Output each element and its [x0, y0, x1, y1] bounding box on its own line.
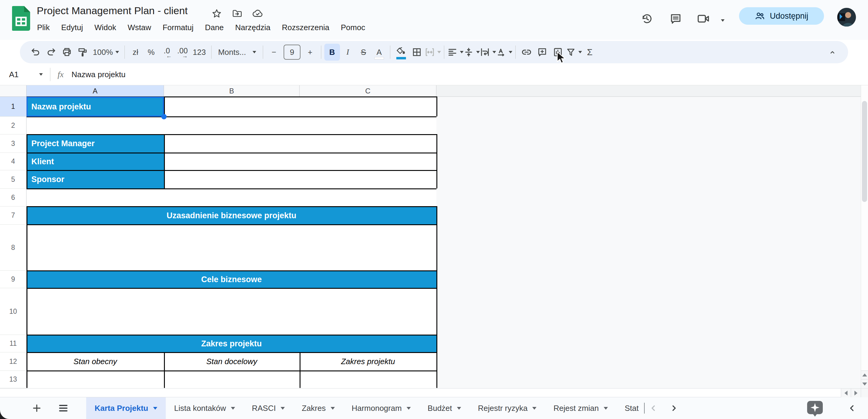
version-history-icon[interactable]	[640, 12, 653, 25]
select-all-corner[interactable]	[0, 85, 27, 97]
tab-rejest-zmian[interactable]: Rejest zmian	[545, 397, 616, 419]
text-color-button[interactable]: A	[371, 44, 387, 61]
redo-button[interactable]	[43, 44, 59, 61]
row-header-11[interactable]: 11	[0, 335, 27, 352]
menu-pomoc[interactable]: Pomoc	[335, 21, 371, 35]
borders-button[interactable]	[409, 44, 425, 61]
tab-budzet[interactable]: Budżet	[419, 397, 470, 419]
bold-button[interactable]: B	[324, 44, 340, 61]
currency-format-button[interactable]: zł	[128, 44, 144, 61]
tab-karta-projektu[interactable]: Karta Projektu	[86, 397, 166, 419]
star-icon[interactable]	[211, 8, 222, 19]
text-rotation-button[interactable]	[496, 44, 513, 61]
row-header-6[interactable]: 6	[0, 189, 27, 207]
cell-a11-merged[interactable]: Zakres projektu	[27, 335, 436, 352]
row-header-3[interactable]: 3	[0, 134, 27, 153]
column-header-c[interactable]: C	[300, 85, 436, 97]
font-size-input[interactable]: 9	[284, 44, 301, 60]
tabs-scroll-right-button[interactable]	[666, 400, 681, 417]
vertical-scrollbar-thumb[interactable]	[862, 101, 867, 202]
paint-format-button[interactable]	[75, 44, 90, 61]
merge-cells-button[interactable]	[425, 44, 441, 61]
cell-a7-merged[interactable]: Uzasadnienie biznesowe projektu	[27, 207, 436, 225]
row-header-9[interactable]: 9	[0, 271, 27, 288]
menu-plik[interactable]: Plik	[31, 21, 56, 35]
percent-format-button[interactable]: %	[144, 44, 159, 61]
number-format-button[interactable]: 123	[190, 44, 208, 61]
cell-c12[interactable]: Zakres projektu	[300, 352, 436, 371]
video-call-icon[interactable]	[697, 12, 710, 25]
comments-icon[interactable]	[669, 12, 682, 25]
scroll-left-button[interactable]	[841, 389, 851, 397]
sheets-logo[interactable]	[12, 6, 30, 31]
tab-stat-partial[interactable]: Stat	[616, 397, 646, 419]
menu-narzedzia[interactable]: Narzędzia	[229, 21, 276, 35]
font-select[interactable]: Monts...	[215, 44, 260, 61]
row-header-7[interactable]: 7	[0, 207, 27, 225]
cell-a12[interactable]: Stan obecny	[27, 352, 164, 371]
column-header-b[interactable]: B	[164, 85, 300, 97]
menu-edytuj[interactable]: Edytuj	[56, 21, 89, 35]
scroll-up-button[interactable]	[861, 370, 868, 379]
cell-a3[interactable]: Project Manager	[27, 134, 164, 153]
row-header-2[interactable]: 2	[0, 117, 27, 134]
video-call-dropdown-icon[interactable]	[715, 14, 728, 27]
italic-button[interactable]: I	[340, 44, 355, 61]
horizontal-scrollbar[interactable]	[0, 388, 868, 397]
cell-b12[interactable]: Stan docelowy	[164, 352, 300, 371]
row-header-10[interactable]: 10	[0, 288, 27, 335]
account-avatar[interactable]	[837, 8, 856, 27]
menu-dane[interactable]: Dane	[199, 21, 229, 35]
tab-zakres[interactable]: Zakres	[293, 397, 343, 419]
gemini-icon[interactable]	[807, 400, 824, 416]
hide-toolbar-button[interactable]	[825, 44, 840, 61]
fill-handle[interactable]	[161, 114, 167, 119]
document-title[interactable]: Project Management Plan - client	[37, 5, 188, 17]
tab-rejestr-ryzyka[interactable]: Rejestr ryzyka	[470, 397, 545, 419]
scroll-down-button[interactable]	[861, 379, 868, 388]
menu-formatuj[interactable]: Formatuj	[157, 21, 199, 35]
fill-color-button[interactable]	[393, 44, 409, 61]
all-sheets-menu-button[interactable]	[55, 400, 72, 417]
row-header-12[interactable]: 12	[0, 352, 27, 371]
collapse-side-panel-button[interactable]	[844, 400, 860, 417]
menu-widok[interactable]: Widok	[89, 21, 122, 35]
strikethrough-button[interactable]: S	[355, 44, 371, 61]
undo-button[interactable]	[28, 44, 43, 61]
menu-rozszerzenia[interactable]: Rozszerzenia	[276, 21, 335, 35]
cloud-saved-icon[interactable]	[252, 8, 264, 19]
cell-a5[interactable]: Sponsor	[27, 170, 164, 189]
insert-link-button[interactable]	[519, 44, 534, 61]
horizontal-align-button[interactable]	[447, 44, 464, 61]
tab-harmonogram[interactable]: Harmonogram	[343, 397, 419, 419]
functions-button[interactable]: Σ	[582, 44, 598, 61]
row-header-5[interactable]: 5	[0, 170, 27, 189]
column-header-a[interactable]: A	[27, 85, 164, 97]
row-header-4[interactable]: 4	[0, 153, 27, 170]
vertical-scrollbar[interactable]	[861, 85, 868, 388]
spreadsheet-grid[interactable]: ABC 12345678910111213 Nazwa projektu Pro…	[0, 85, 861, 388]
tab-lista-kontakow[interactable]: Lista kontaków	[166, 397, 244, 419]
share-button[interactable]: Udostępnij	[739, 7, 824, 25]
menu-wstaw[interactable]: Wstaw	[122, 21, 157, 35]
text-wrap-button[interactable]	[480, 44, 496, 61]
cell-a4[interactable]: Klient	[27, 153, 164, 170]
decrease-decimal-button[interactable]: .0←	[159, 44, 175, 61]
cell-a9-merged[interactable]: Cele biznesowe	[27, 271, 436, 288]
vertical-align-button[interactable]	[464, 44, 480, 61]
tab-rasci[interactable]: RASCI	[244, 397, 293, 419]
row-header-8[interactable]: 8	[0, 225, 27, 271]
decrease-font-size-button[interactable]: −	[266, 44, 282, 61]
move-folder-icon[interactable]	[231, 8, 243, 19]
print-button[interactable]	[59, 44, 75, 61]
formula-input[interactable]: Nazwa projektu	[71, 70, 125, 79]
name-box-dropdown-icon[interactable]	[39, 73, 43, 76]
increase-decimal-button[interactable]: .00→	[175, 44, 190, 61]
row-header-13[interactable]: 13	[0, 371, 27, 388]
zoom-select[interactable]: 100%	[90, 44, 121, 61]
tabs-scroll-left-button[interactable]	[646, 400, 661, 417]
row-header-1[interactable]: 1	[0, 97, 27, 117]
add-sheet-button[interactable]	[28, 400, 45, 417]
increase-font-size-button[interactable]: +	[302, 44, 318, 61]
scroll-right-button[interactable]	[851, 389, 861, 397]
